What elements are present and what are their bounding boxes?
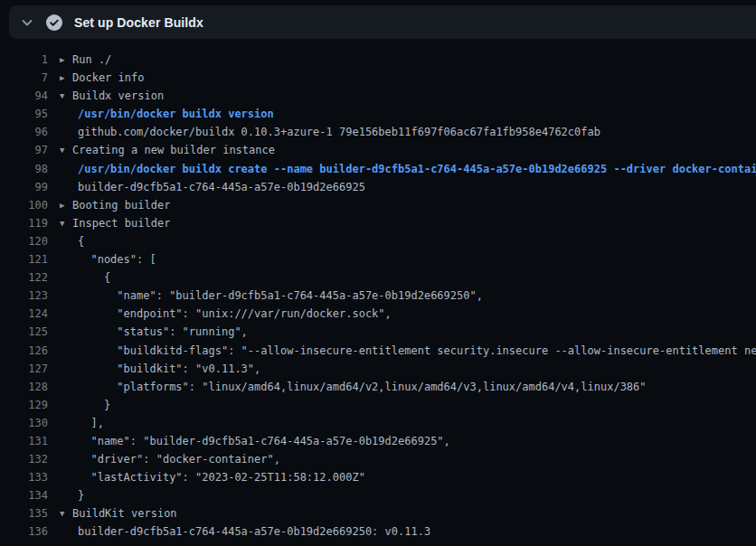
log-line-text: /usr/bin/docker buildx create --name bui… (72, 160, 756, 178)
line-number[interactable]: 99 (0, 178, 48, 196)
group-toggle-icon (60, 105, 72, 123)
line-number[interactable]: 119 (0, 214, 48, 232)
line-number[interactable]: 135 (0, 504, 48, 522)
log-line-text: "platforms": "linux/amd64,linux/amd64/v2… (72, 378, 647, 396)
log-line-text: { (72, 232, 84, 250)
log-line-text: "endpoint": "unix:///var/run/docker.sock… (72, 305, 392, 323)
log-line: 127 "buildkit": "v0.11.3", (0, 360, 756, 378)
log-line-text: "status": "running", (72, 323, 248, 341)
line-number[interactable]: 129 (0, 396, 48, 414)
group-toggle-icon (60, 342, 72, 360)
line-number[interactable]: 123 (0, 287, 48, 305)
log-line-text: "name": "builder-d9cfb5a1-c764-445a-a57e… (72, 287, 483, 305)
log-line[interactable]: 100 ▶ Booting builder (0, 196, 756, 214)
line-number[interactable]: 131 (0, 432, 48, 450)
group-toggle-icon[interactable]: ▶ (60, 196, 72, 214)
group-toggle-icon (60, 287, 72, 305)
log-line[interactable]: 94 ▼ Buildx version (0, 87, 756, 105)
group-toggle-icon (60, 305, 72, 323)
line-number[interactable]: 121 (0, 250, 48, 268)
group-toggle-icon (60, 323, 72, 341)
log-line-text[interactable]: BuildKit version (72, 504, 177, 522)
log-line-text: "nodes": [ (72, 250, 156, 268)
line-number[interactable]: 97 (0, 141, 48, 159)
log-line: 120 { (0, 232, 756, 250)
chevron-down-icon[interactable] (20, 15, 34, 30)
line-number[interactable]: 130 (0, 414, 48, 432)
log-line: 134 } (0, 486, 756, 504)
log-lines: 1 ▶ Run ./ 7 ▶ Docker info 94 ▼ Buildx v… (0, 51, 756, 541)
line-number[interactable]: 95 (0, 105, 48, 123)
line-number[interactable]: 128 (0, 378, 48, 396)
log-line: 95 /usr/bin/docker buildx version (0, 105, 756, 123)
line-number[interactable]: 94 (0, 87, 48, 105)
group-toggle-icon[interactable]: ▼ (60, 87, 72, 105)
line-number[interactable]: 136 (0, 522, 48, 541)
log-line: 121 "nodes": [ (0, 250, 756, 268)
log-line-text[interactable]: Buildx version (72, 87, 164, 105)
group-toggle-icon[interactable]: ▶ (60, 69, 72, 87)
group-toggle-icon (60, 268, 72, 287)
log-line[interactable]: 97 ▼ Creating a new builder instance (0, 141, 756, 159)
log-line-text[interactable]: Docker info (72, 69, 144, 87)
group-toggle-icon[interactable]: ▼ (60, 214, 72, 232)
step-header[interactable]: Set up Docker Buildx (9, 5, 756, 39)
log-line-text: /usr/bin/docker buildx version (72, 105, 274, 123)
group-toggle-icon (60, 160, 72, 178)
log-line-text[interactable]: Inspect builder (72, 214, 170, 232)
line-number[interactable]: 120 (0, 232, 48, 250)
group-toggle-icon (60, 396, 72, 414)
group-toggle-icon (60, 522, 72, 541)
log-line: 126 "buildkitd-flags": "--allow-insecure… (0, 342, 756, 360)
group-toggle-icon (60, 486, 72, 504)
log-line-text[interactable]: Booting builder (72, 196, 170, 214)
log-line: 128 "platforms": "linux/amd64,linux/amd6… (0, 378, 756, 396)
log-line-text: "buildkit": "v0.11.3", (72, 360, 260, 378)
log-area: 1 ▶ Run ./ 7 ▶ Docker info 94 ▼ Buildx v… (0, 39, 756, 546)
log-line: 124 "endpoint": "unix:///var/run/docker.… (0, 305, 756, 323)
log-line: 125 "status": "running", (0, 323, 756, 341)
group-toggle-icon (60, 178, 72, 196)
log-line: 131 "name": "builder-d9cfb5a1-c764-445a-… (0, 432, 756, 450)
line-number[interactable]: 98 (0, 160, 48, 178)
log-line: 133 "lastActivity": "2023-02-25T11:58:12… (0, 468, 756, 486)
line-number[interactable]: 100 (0, 196, 48, 214)
group-toggle-icon (60, 450, 72, 468)
log-line[interactable]: 119 ▼ Inspect builder (0, 214, 756, 232)
line-number[interactable]: 1 (0, 51, 48, 69)
group-toggle-icon (60, 360, 72, 378)
log-line-text: "driver": "docker-container", (72, 450, 280, 468)
log-line-text: ], (72, 414, 104, 432)
line-number[interactable]: 127 (0, 360, 48, 378)
line-number[interactable]: 125 (0, 323, 48, 341)
log-line-text: } (72, 396, 110, 414)
group-toggle-icon[interactable]: ▼ (60, 504, 72, 522)
log-line-text: github.com/docker/buildx 0.10.3+azure-1 … (72, 123, 600, 141)
group-toggle-icon[interactable]: ▼ (60, 141, 72, 159)
log-line[interactable]: 1 ▶ Run ./ (0, 51, 756, 69)
line-number[interactable]: 126 (0, 342, 48, 360)
log-line: 123 "name": "builder-d9cfb5a1-c764-445a-… (0, 287, 756, 305)
group-toggle-icon (60, 232, 72, 250)
log-line: 98 /usr/bin/docker buildx create --name … (0, 160, 756, 178)
line-number[interactable]: 122 (0, 268, 48, 287)
group-toggle-icon (60, 468, 72, 486)
line-number[interactable]: 96 (0, 123, 48, 141)
line-number[interactable]: 7 (0, 69, 48, 87)
log-line-text: } (72, 486, 84, 504)
log-line-text: builder-d9cfb5a1-c764-445a-a57e-0b19d2e6… (72, 522, 430, 541)
group-toggle-icon (60, 123, 72, 141)
log-line-text[interactable]: Creating a new builder instance (72, 141, 275, 159)
log-line: 96 github.com/docker/buildx 0.10.3+azure… (0, 123, 756, 141)
group-toggle-icon[interactable]: ▶ (60, 51, 72, 69)
group-toggle-icon (60, 432, 72, 450)
log-line-text[interactable]: Run ./ (72, 51, 111, 69)
log-line-text: "lastActivity": "2023-02-25T11:58:12.000… (72, 468, 365, 486)
log-line-text: { (72, 268, 110, 287)
log-line[interactable]: 7 ▶ Docker info (0, 69, 756, 87)
line-number[interactable]: 124 (0, 305, 48, 323)
line-number[interactable]: 132 (0, 450, 48, 468)
line-number[interactable]: 133 (0, 468, 48, 486)
log-line[interactable]: 135 ▼ BuildKit version (0, 504, 756, 522)
line-number[interactable]: 134 (0, 486, 48, 504)
